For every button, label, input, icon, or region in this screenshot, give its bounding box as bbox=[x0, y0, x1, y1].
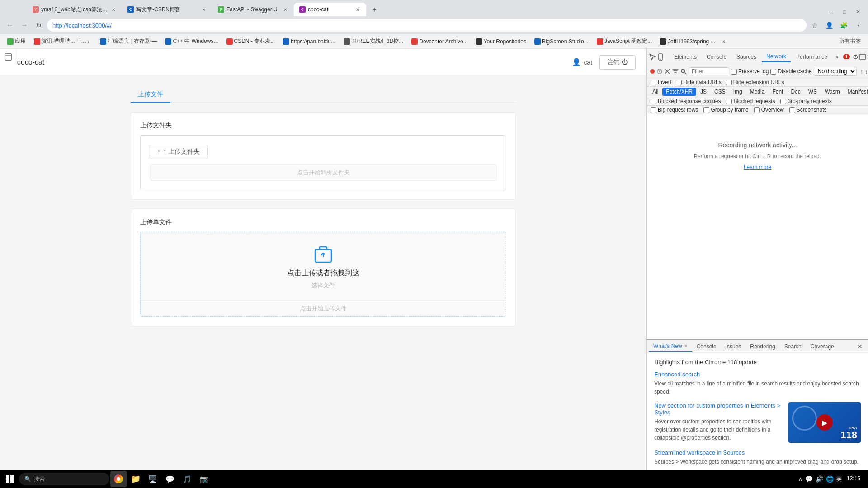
upload-folder-button[interactable]: ↑ ↑ 上传文件夹 bbox=[150, 145, 208, 159]
big-request-rows-label[interactable]: Big request rows bbox=[651, 107, 698, 113]
tray-language[interactable]: 英 bbox=[836, 475, 842, 483]
upload-dropzone[interactable]: 点击上传或者拖拽到这 选择文件 bbox=[141, 232, 506, 300]
tab-sources[interactable]: Sources bbox=[732, 52, 761, 62]
screenshots-checkbox[interactable] bbox=[789, 107, 795, 113]
group-by-frame-checkbox[interactable] bbox=[703, 107, 709, 113]
blocked-requests-label[interactable]: Blocked requests bbox=[726, 98, 775, 104]
hide-data-urls-label[interactable]: Hide data URLs bbox=[676, 79, 722, 85]
tab-2-close[interactable]: ✕ bbox=[200, 6, 207, 13]
hide-extension-urls-checkbox[interactable] bbox=[726, 80, 732, 85]
bottom-tab-coverage[interactable]: Coverage bbox=[806, 342, 839, 352]
filter-doc[interactable]: Doc bbox=[787, 88, 804, 96]
bottom-tab-rendering[interactable]: Rendering bbox=[745, 342, 779, 352]
address-input[interactable]: http://localhost:3000/#/ bbox=[47, 19, 807, 32]
tab-performance[interactable]: Performance bbox=[792, 52, 832, 62]
bottom-tab-search[interactable]: Search bbox=[780, 342, 806, 352]
inspect-element-button[interactable] bbox=[649, 51, 656, 63]
filter-ws[interactable]: WS bbox=[805, 88, 821, 96]
bookmark-jeff[interactable]: JeffLi1993/spring-... bbox=[656, 38, 719, 46]
upload-file-tab[interactable]: 上传文件 bbox=[131, 87, 170, 103]
group-by-frame-label[interactable]: Group by frame bbox=[703, 107, 748, 113]
minimize-button[interactable]: ─ bbox=[825, 7, 837, 16]
new-tab-button[interactable]: + bbox=[368, 4, 381, 16]
filter-toggle-button[interactable] bbox=[672, 67, 679, 76]
extensions-icon[interactable]: 🧩 bbox=[837, 19, 850, 32]
tray-message[interactable]: 💬 bbox=[805, 475, 813, 483]
bookmark-cpp[interactable]: C++ 中 Windows... bbox=[161, 37, 222, 46]
close-button[interactable]: ✕ bbox=[852, 7, 864, 16]
filter-input[interactable] bbox=[692, 68, 728, 75]
third-party-requests-label[interactable]: 3rd-party requests bbox=[780, 98, 831, 104]
bookmark-three[interactable]: THREE实战4_3D控... bbox=[340, 37, 407, 46]
bookmark-github[interactable]: Your Repositories bbox=[472, 38, 530, 46]
taskbar-app-explorer[interactable]: 📁 bbox=[127, 471, 144, 487]
whatsnew-close-icon[interactable]: ✕ bbox=[684, 343, 688, 348]
overview-checkbox[interactable] bbox=[754, 107, 760, 113]
bookmark-icon[interactable]: ☆ bbox=[808, 19, 821, 32]
bookmark-bigscreen[interactable]: BigScreen Studio... bbox=[531, 38, 592, 46]
dt-settings-button[interactable]: ⚙ bbox=[853, 51, 859, 63]
bookmark-assembly[interactable]: 汇编语言 | 存存器 — bbox=[96, 37, 160, 46]
throttle-select[interactable]: No throttling bbox=[814, 67, 857, 76]
tray-time[interactable]: 13:15 bbox=[844, 475, 863, 483]
disable-cache-checkbox[interactable] bbox=[770, 69, 776, 75]
filter-manifest[interactable]: Manifest bbox=[844, 88, 868, 96]
hide-data-urls-checkbox[interactable] bbox=[676, 80, 682, 85]
taskbar-app-music[interactable]: 🎵 bbox=[179, 471, 195, 487]
preserve-log-checkbox[interactable] bbox=[731, 69, 737, 75]
bottom-tab-issues[interactable]: Issues bbox=[721, 342, 746, 352]
hide-extension-urls-label[interactable]: Hide extension URLs bbox=[726, 79, 784, 85]
tab-1-close[interactable]: ✕ bbox=[110, 6, 117, 13]
bottom-tab-console[interactable]: Console bbox=[692, 342, 721, 352]
blocked-cookies-checkbox[interactable] bbox=[651, 99, 656, 104]
screenshots-label[interactable]: Screenshots bbox=[789, 107, 827, 113]
tab-elements[interactable]: Elements bbox=[670, 52, 701, 62]
filter-media[interactable]: Media bbox=[746, 88, 769, 96]
taskbar-app-photo[interactable]: 📷 bbox=[196, 471, 212, 487]
stop-button[interactable] bbox=[657, 67, 662, 76]
device-toggle-button[interactable] bbox=[657, 51, 664, 63]
bookmark-js[interactable]: JavaScript 函数定... bbox=[593, 37, 656, 46]
record-button[interactable] bbox=[650, 67, 655, 76]
third-party-requests-checkbox[interactable] bbox=[780, 99, 786, 104]
tab-network[interactable]: Network bbox=[762, 52, 791, 62]
maximize-button[interactable]: □ bbox=[838, 7, 851, 16]
dt-dock-button[interactable] bbox=[859, 51, 866, 63]
export-button[interactable]: ↓ bbox=[865, 67, 868, 76]
taskbar-search[interactable]: 🔍 搜索 bbox=[19, 473, 109, 485]
tab-3[interactable]: F FastAPI - Swagger UI ✕ bbox=[212, 3, 294, 16]
search-button[interactable] bbox=[680, 67, 687, 76]
invert-checkbox-label[interactable]: Invert bbox=[651, 79, 671, 85]
feature-3-title[interactable]: Streamlined workspace in Sources bbox=[654, 449, 861, 456]
tab-2[interactable]: C 写文章-CSDN博客 ✕ bbox=[122, 3, 212, 16]
filter-wasm[interactable]: Wasm bbox=[821, 88, 844, 96]
bookmark-bilibili[interactable]: 资讯·哔哩哔…「…」 bbox=[30, 37, 95, 46]
profile-icon[interactable]: 👤 bbox=[823, 19, 835, 32]
taskbar-app-wechat[interactable]: 💬 bbox=[162, 471, 178, 487]
overview-label[interactable]: Overview bbox=[754, 107, 784, 113]
tray-network[interactable]: 🌐 bbox=[826, 475, 834, 483]
invert-checkbox[interactable] bbox=[651, 80, 656, 85]
import-button[interactable]: ↑ bbox=[860, 67, 863, 76]
feature-1-title[interactable]: Enhanced search bbox=[654, 371, 861, 378]
blocked-requests-checkbox[interactable] bbox=[726, 99, 732, 104]
forward-button[interactable]: → bbox=[18, 19, 31, 32]
taskbar-app-chrome[interactable] bbox=[110, 471, 127, 487]
menu-icon[interactable]: ⋮ bbox=[852, 19, 864, 32]
filter-fetch-xhr[interactable]: Fetch/XHR bbox=[662, 88, 696, 96]
bookmark-csdn[interactable]: CSDN - 专业发... bbox=[223, 37, 279, 46]
devtools-toggle[interactable] bbox=[0, 49, 16, 65]
preserve-log-checkbox-label[interactable]: Preserve log bbox=[731, 68, 769, 75]
bookmark-all[interactable]: 所有书签 bbox=[835, 37, 864, 46]
tab-4-active[interactable]: C coco-cat ✕ bbox=[294, 3, 366, 16]
start-button[interactable] bbox=[2, 471, 18, 487]
back-button[interactable]: ← bbox=[4, 19, 16, 32]
tab-3-close[interactable]: ✕ bbox=[282, 6, 288, 13]
bookmark-devcenter[interactable]: Devcenter Archive... bbox=[408, 38, 471, 46]
blocked-cookies-label[interactable]: Blocked response cookies bbox=[651, 98, 721, 104]
disable-cache-checkbox-label[interactable]: Disable cache bbox=[770, 68, 811, 75]
bookmark-baidu[interactable]: https://pan.baidu... bbox=[279, 38, 339, 46]
tab-4-close[interactable]: ✕ bbox=[354, 6, 361, 13]
feature-2-title[interactable]: New section for custom properties in Ele… bbox=[654, 402, 783, 416]
tab-more[interactable]: » bbox=[833, 52, 841, 62]
